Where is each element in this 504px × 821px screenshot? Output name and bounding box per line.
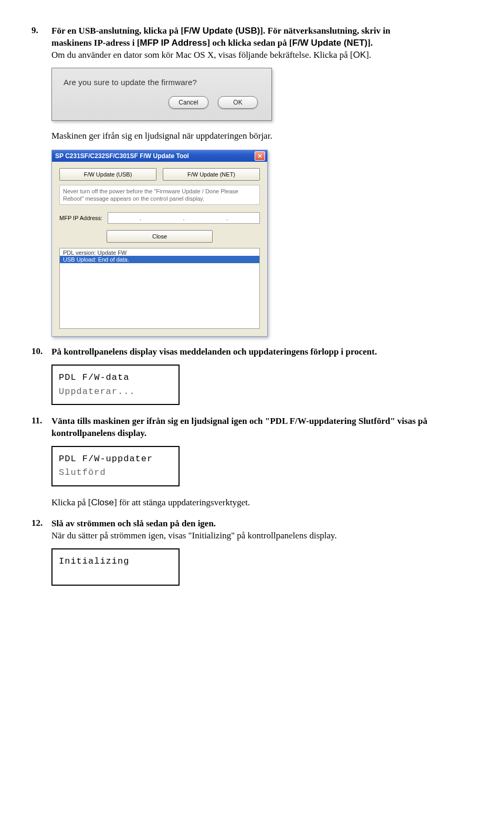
fw-update-usb-button[interactable]: F/W Update (USB) [59, 168, 156, 181]
win-update-dialog: SP C231SF/C232SF/C301SF F/W Update Tool … [51, 150, 268, 337]
win-titlebar: SP C231SF/C232SF/C301SF F/W Update Tool [52, 150, 267, 162]
step-9-after: Maskinen ger ifrån sig en ljudsignal när… [51, 130, 428, 142]
lcd-row: Uppdaterar... [59, 385, 172, 399]
step-10-text: På kontrollpanelens display visas meddel… [51, 347, 377, 357]
ip-label: MFP IP Address: [59, 215, 102, 221]
step-10: 10. På kontrollpanelens display visas me… [32, 346, 428, 405]
mac-dialog-buttons: Cancel OK [52, 91, 271, 120]
step-12-line2: När du sätter på strömmen igen, visas "I… [51, 530, 428, 542]
win-body: F/W Update (USB) F/W Update (NET) Never … [52, 162, 267, 337]
log-line: PDL version: Update FW [60, 248, 259, 256]
log-box: PDL version: Update FW USB Upload: End o… [59, 248, 260, 329]
step-number: 10. [32, 346, 43, 357]
step-12-text: Slå av strömmen och slå sedan på den ige… [51, 518, 216, 528]
lcd-row: Initializing [59, 555, 172, 568]
close-icon[interactable] [255, 151, 265, 161]
mac-confirm-dialog: Are you sure to update the firmware? Can… [51, 68, 272, 121]
win-note: Never turn off the power before the "Fir… [59, 185, 260, 205]
step-9-text: För en USB-anslutning, klicka på [F/W Up… [51, 26, 390, 48]
step-11-sub: Klicka på [Close] för att stänga uppdate… [51, 497, 428, 509]
close-row: Close [59, 230, 260, 243]
win-title: SP C231SF/C232SF/C301SF F/W Update Tool [55, 152, 189, 160]
lcd-row: PDL F/W-uppdater [59, 452, 172, 466]
step-number: 11. [32, 415, 42, 426]
step-11-text: Vänta tills maskinen ger ifrån sig en lj… [51, 416, 427, 438]
step-number: 9. [32, 25, 38, 36]
step-9: 9. För en USB-anslutning, klicka på [F/W… [32, 25, 428, 337]
fw-update-net-button[interactable]: F/W Update (NET) [163, 168, 260, 181]
ip-address-field[interactable]: . . . [108, 212, 260, 224]
step-11: 11. Vänta tills maskinen ger ifrån sig e… [32, 415, 428, 509]
lcd-display-updating: PDL F/W-data Uppdaterar... [51, 365, 180, 405]
lcd-display-done: PDL F/W-uppdater Slutförd [51, 446, 180, 486]
step-9-line2: Om du använder en dator som kör Mac OS X… [51, 49, 428, 61]
lcd-row: PDL F/W-data [59, 371, 172, 384]
mac-dialog-title: Are you sure to update the firmware? [52, 68, 271, 91]
lcd-display-init: Initializing [51, 548, 180, 585]
ip-row: MFP IP Address: . . . [59, 212, 260, 224]
step-number: 12. [32, 518, 43, 528]
ok-button[interactable]: OK [218, 96, 258, 109]
cancel-button[interactable]: Cancel [169, 96, 208, 109]
close-button[interactable]: Close [107, 230, 213, 243]
log-line-highlight: USB Upload: End of data. [60, 256, 259, 263]
win-update-buttons: F/W Update (USB) F/W Update (NET) [59, 168, 260, 181]
lcd-row: Slutförd [59, 466, 172, 480]
step-12: 12. Slå av strömmen och slå sedan på den… [32, 518, 428, 585]
